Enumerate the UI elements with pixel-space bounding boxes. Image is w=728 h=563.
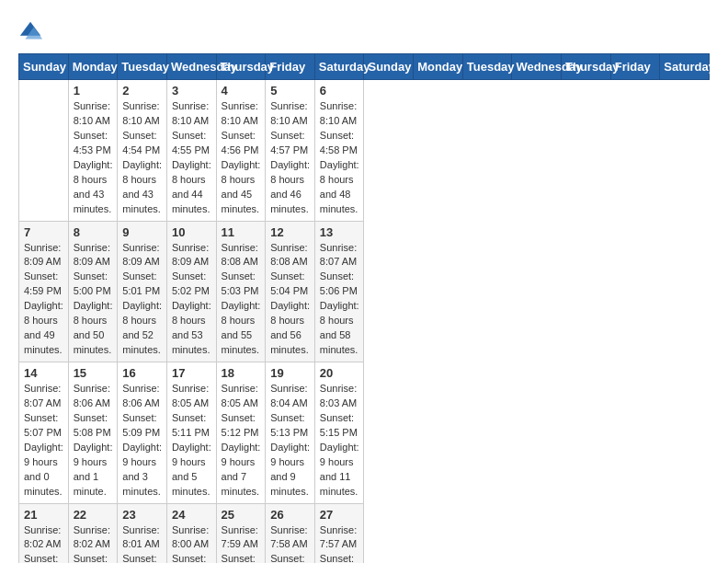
day-info: Sunrise: 8:10 AMSunset: 4:57 PMDaylight:… bbox=[270, 99, 310, 217]
day-info: Sunrise: 8:05 AMSunset: 5:12 PMDaylight:… bbox=[222, 382, 261, 500]
calendar-cell: 2Sunrise: 8:10 AMSunset: 4:54 PMDaylight… bbox=[118, 80, 167, 222]
logo bbox=[18, 18, 48, 44]
day-info: Sunrise: 8:07 AMSunset: 5:06 PMDaylight:… bbox=[320, 241, 359, 359]
day-number: 8 bbox=[74, 225, 113, 239]
day-number: 24 bbox=[172, 508, 211, 522]
calendar-cell: 3Sunrise: 8:10 AMSunset: 4:55 PMDaylight… bbox=[166, 80, 216, 222]
calendar-week-row: 7Sunrise: 8:09 AMSunset: 4:59 PMDaylight… bbox=[19, 221, 710, 362]
calendar-cell: 7Sunrise: 8:09 AMSunset: 4:59 PMDaylight… bbox=[19, 221, 69, 362]
calendar-week-row: 14Sunrise: 8:07 AMSunset: 5:07 PMDayligh… bbox=[19, 362, 710, 504]
day-number: 4 bbox=[222, 84, 261, 98]
day-number: 11 bbox=[222, 225, 261, 239]
weekday-header-friday: Friday bbox=[266, 54, 315, 80]
day-number: 27 bbox=[320, 508, 359, 522]
calendar-cell: 21Sunrise: 8:02 AMSunset: 5:16 PMDayligh… bbox=[19, 503, 69, 563]
weekday-header-monday: Monday bbox=[414, 54, 463, 80]
calendar-cell: 12Sunrise: 8:08 AMSunset: 5:04 PMDayligh… bbox=[266, 221, 315, 362]
day-info: Sunrise: 8:10 AMSunset: 4:58 PMDaylight:… bbox=[320, 99, 359, 217]
calendar-cell: 17Sunrise: 8:05 AMSunset: 5:11 PMDayligh… bbox=[166, 362, 216, 504]
day-number: 15 bbox=[74, 366, 113, 380]
calendar-week-row: 21Sunrise: 8:02 AMSunset: 5:16 PMDayligh… bbox=[19, 503, 710, 563]
calendar-cell: 8Sunrise: 8:09 AMSunset: 5:00 PMDaylight… bbox=[68, 221, 118, 362]
day-number: 7 bbox=[24, 225, 63, 239]
weekday-header-saturday: Saturday bbox=[314, 54, 364, 80]
day-number: 10 bbox=[172, 225, 211, 239]
weekday-header-row: SundayMondayTuesdayWednesdayThursdayFrid… bbox=[19, 54, 710, 80]
day-info: Sunrise: 8:08 AMSunset: 5:03 PMDaylight:… bbox=[222, 241, 261, 359]
calendar-cell: 26Sunrise: 7:58 AMSunset: 5:23 PMDayligh… bbox=[266, 503, 315, 563]
day-info: Sunrise: 8:09 AMSunset: 5:00 PMDaylight:… bbox=[74, 241, 113, 359]
calendar-cell: 15Sunrise: 8:06 AMSunset: 5:08 PMDayligh… bbox=[68, 362, 118, 504]
day-number: 1 bbox=[74, 84, 113, 98]
calendar-table: SundayMondayTuesdayWednesdayThursdayFrid… bbox=[18, 53, 710, 563]
logo-icon bbox=[18, 18, 44, 44]
day-info: Sunrise: 8:02 AMSunset: 5:18 PMDaylight:… bbox=[74, 523, 113, 564]
day-number: 25 bbox=[222, 508, 261, 522]
day-number: 16 bbox=[122, 366, 162, 380]
calendar-cell: 16Sunrise: 8:06 AMSunset: 5:09 PMDayligh… bbox=[118, 362, 167, 504]
day-info: Sunrise: 8:09 AMSunset: 5:01 PMDaylight:… bbox=[122, 241, 162, 359]
calendar-cell: 18Sunrise: 8:05 AMSunset: 5:12 PMDayligh… bbox=[216, 362, 266, 504]
weekday-header-friday: Friday bbox=[610, 54, 660, 80]
calendar-cell: 19Sunrise: 8:04 AMSunset: 5:13 PMDayligh… bbox=[266, 362, 315, 504]
calendar-cell: 22Sunrise: 8:02 AMSunset: 5:18 PMDayligh… bbox=[68, 503, 118, 563]
day-info: Sunrise: 8:01 AMSunset: 5:19 PMDaylight:… bbox=[122, 523, 162, 564]
day-number: 6 bbox=[320, 84, 359, 98]
calendar-cell: 4Sunrise: 8:10 AMSunset: 4:56 PMDaylight… bbox=[216, 80, 266, 222]
day-number: 5 bbox=[270, 84, 310, 98]
calendar-cell: 24Sunrise: 8:00 AMSunset: 5:20 PMDayligh… bbox=[166, 503, 216, 563]
day-info: Sunrise: 8:06 AMSunset: 5:08 PMDaylight:… bbox=[74, 382, 113, 500]
day-info: Sunrise: 8:08 AMSunset: 5:04 PMDaylight:… bbox=[270, 241, 310, 359]
weekday-header-sunday: Sunday bbox=[364, 54, 414, 80]
day-info: Sunrise: 8:10 AMSunset: 4:54 PMDaylight:… bbox=[122, 99, 162, 217]
day-info: Sunrise: 8:03 AMSunset: 5:15 PMDaylight:… bbox=[320, 382, 359, 500]
calendar-cell: 5Sunrise: 8:10 AMSunset: 4:57 PMDaylight… bbox=[266, 80, 315, 222]
page-header bbox=[18, 18, 710, 44]
calendar-cell: 20Sunrise: 8:03 AMSunset: 5:15 PMDayligh… bbox=[314, 362, 364, 504]
day-number: 3 bbox=[172, 84, 211, 98]
day-info: Sunrise: 8:10 AMSunset: 4:53 PMDaylight:… bbox=[74, 99, 113, 217]
calendar-cell: 14Sunrise: 8:07 AMSunset: 5:07 PMDayligh… bbox=[19, 362, 69, 504]
day-number: 17 bbox=[172, 366, 211, 380]
day-number: 12 bbox=[270, 225, 310, 239]
weekday-header-thursday: Thursday bbox=[216, 54, 266, 80]
calendar-cell: 11Sunrise: 8:08 AMSunset: 5:03 PMDayligh… bbox=[216, 221, 266, 362]
day-number: 2 bbox=[122, 84, 162, 98]
calendar-cell: 25Sunrise: 7:59 AMSunset: 5:22 PMDayligh… bbox=[216, 503, 266, 563]
weekday-header-monday: Monday bbox=[68, 54, 118, 80]
day-info: Sunrise: 8:00 AMSunset: 5:20 PMDaylight:… bbox=[172, 523, 211, 564]
calendar-cell: 6Sunrise: 8:10 AMSunset: 4:58 PMDaylight… bbox=[314, 80, 364, 222]
day-number: 21 bbox=[24, 508, 63, 522]
calendar-cell: 23Sunrise: 8:01 AMSunset: 5:19 PMDayligh… bbox=[118, 503, 167, 563]
day-info: Sunrise: 8:06 AMSunset: 5:09 PMDaylight:… bbox=[122, 382, 162, 500]
weekday-header-thursday: Thursday bbox=[562, 54, 611, 80]
day-number: 26 bbox=[270, 508, 310, 522]
day-number: 13 bbox=[320, 225, 359, 239]
day-number: 14 bbox=[24, 366, 63, 380]
day-info: Sunrise: 7:57 AMSunset: 5:25 PMDaylight:… bbox=[320, 523, 359, 564]
day-info: Sunrise: 7:58 AMSunset: 5:23 PMDaylight:… bbox=[270, 523, 310, 564]
calendar-cell: 10Sunrise: 8:09 AMSunset: 5:02 PMDayligh… bbox=[166, 221, 216, 362]
weekday-header-wednesday: Wednesday bbox=[166, 54, 216, 80]
weekday-header-sunday: Sunday bbox=[19, 54, 69, 80]
calendar-cell: 13Sunrise: 8:07 AMSunset: 5:06 PMDayligh… bbox=[314, 221, 364, 362]
day-number: 23 bbox=[122, 508, 162, 522]
day-info: Sunrise: 8:07 AMSunset: 5:07 PMDaylight:… bbox=[24, 382, 63, 500]
day-number: 19 bbox=[270, 366, 310, 380]
day-info: Sunrise: 8:10 AMSunset: 4:55 PMDaylight:… bbox=[172, 99, 211, 217]
weekday-header-tuesday: Tuesday bbox=[462, 54, 512, 80]
weekday-header-wednesday: Wednesday bbox=[512, 54, 562, 80]
calendar-cell: 27Sunrise: 7:57 AMSunset: 5:25 PMDayligh… bbox=[314, 503, 364, 563]
day-info: Sunrise: 8:10 AMSunset: 4:56 PMDaylight:… bbox=[222, 99, 261, 217]
calendar-week-row: 1Sunrise: 8:10 AMSunset: 4:53 PMDaylight… bbox=[19, 80, 710, 222]
day-info: Sunrise: 8:09 AMSunset: 4:59 PMDaylight:… bbox=[24, 241, 63, 359]
day-number: 9 bbox=[122, 225, 162, 239]
calendar-cell: 9Sunrise: 8:09 AMSunset: 5:01 PMDaylight… bbox=[118, 221, 167, 362]
day-info: Sunrise: 8:09 AMSunset: 5:02 PMDaylight:… bbox=[172, 241, 211, 359]
day-info: Sunrise: 7:59 AMSunset: 5:22 PMDaylight:… bbox=[222, 523, 261, 564]
day-info: Sunrise: 8:04 AMSunset: 5:13 PMDaylight:… bbox=[270, 382, 310, 500]
weekday-header-saturday: Saturday bbox=[660, 54, 710, 80]
day-number: 18 bbox=[222, 366, 261, 380]
day-number: 22 bbox=[74, 508, 113, 522]
calendar-cell bbox=[19, 80, 69, 222]
